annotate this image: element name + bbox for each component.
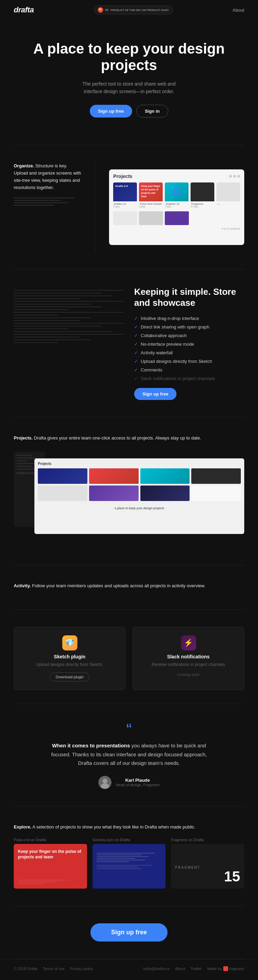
feature-text-5: Activity waterfall [141, 350, 173, 355]
feature-item-1: ✓ Intuitive drag-n-drop interface [134, 316, 244, 321]
feature-item-4: ✓ No-interface preview mode [134, 342, 244, 347]
feature-text-2: Direct link sharing with open graph [141, 325, 209, 329]
author-role: Head of design, Fragment [115, 783, 159, 787]
nav-logo: drafta [14, 5, 34, 14]
simple-heading: Keeping it simple. Store and showcase [134, 286, 244, 308]
testimonial-text: When it comes to presentations you alway… [46, 741, 212, 768]
projects-label: Projects. Drafta gives your entire team … [14, 435, 244, 442]
check-icon-5: ✓ [134, 350, 138, 355]
explore-site-label-2: Soveria.com on Drafta [93, 838, 166, 842]
plugins-section: 💎 Sketch plugin Upload designs directly … [0, 609, 258, 704]
explore-card-1[interactable]: Keep your finger on the pulse of project… [14, 844, 87, 889]
simple-section: Keeping it simple. Store and showcase ✓ … [0, 269, 258, 417]
footer-about[interactable]: About [175, 967, 185, 971]
activity-section: Activity. Follow your team members updat… [0, 565, 258, 609]
testimonial-section: “ When it comes to presentations you alw… [0, 704, 258, 806]
sketch-icon: 💎 [62, 635, 77, 651]
explore-card-3[interactable]: Fragment 15 [171, 844, 244, 889]
footer-terms[interactable]: Terms of use [43, 967, 65, 971]
footer-privacy[interactable]: Privacy policy [70, 967, 93, 971]
check-icon-2: ✓ [134, 325, 138, 329]
slack-name: Slack notifications [139, 654, 237, 659]
sketch-name: Sketch plugin [21, 654, 119, 659]
explore-grid: Pulse.md on Drafta Keep your finger on t… [14, 838, 244, 889]
nav-badge: 🏆 #2 PRODUCT OF THE DAY ON PRODUCT HUNT [94, 5, 173, 14]
activity-label: Activity. Follow your team members updat… [14, 582, 244, 590]
hero-buttons: Sign up free Sign in [14, 105, 244, 118]
projects-activity-mockup: Activity across all Projects A place to … [14, 452, 244, 541]
footer-copyright: © 2018 Drafta [14, 967, 37, 971]
footer-left: © 2018 Drafta Terms of use Privacy polic… [14, 967, 93, 971]
organize-section: Organize. Structure is key. Upload and o… [0, 145, 258, 269]
check-icon-4: ✓ [134, 342, 138, 347]
feature-item-6: ✓ Upload designs directly from Sketch [134, 359, 244, 364]
explore-card-text-1: Keep your finger on the pulse of project… [18, 849, 83, 861]
navbar: drafta 🏆 #2 PRODUCT OF THE DAY ON PRODUC… [0, 0, 258, 20]
avatar-svg [98, 776, 111, 789]
check-icon-7: ✓ [134, 368, 138, 372]
slack-desc: Receive notifications in project channel… [139, 662, 237, 668]
cta-bottom-section: Sign up free [0, 906, 258, 959]
explore-item-3: Fragment on Drafta Fragment 15 [171, 838, 244, 889]
slack-plugin-card: ⚡ Slack notifications Receive notificati… [133, 627, 244, 690]
badge-icon: 🏆 [98, 7, 103, 13]
hero-signup-button[interactable]: Sign up free [90, 105, 132, 118]
badge-text: PRODUCT OF THE DAY ON PRODUCT HUNT [111, 9, 169, 12]
coming-soon-label: Coming soon [139, 673, 237, 676]
feature-item-8: ✓ Slack notifications in project channel… [134, 376, 244, 381]
explore-section: Explore. A selection of projects to show… [0, 807, 258, 906]
sketch-plugin-card: 💎 Sketch plugin Upload designs directly … [14, 627, 125, 690]
feature-item-7: ✓ Comments [134, 368, 244, 372]
footer-right: hello@drafta.co About Twitter Made by fr… [143, 966, 244, 971]
footer: © 2018 Drafta Terms of use Privacy polic… [0, 959, 258, 978]
svg-point-2 [101, 783, 109, 789]
explore-label: Explore. A selection of projects to show… [14, 824, 244, 831]
feature-item-3: ✓ Collaborative approach [134, 333, 244, 338]
plugins-grid: 💎 Sketch plugin Upload designs directly … [14, 627, 244, 690]
footer-made-by: Made by fragment [207, 966, 244, 971]
feature-item-5: ✓ Activity waterfall [134, 350, 244, 355]
author-name: Karl Plaude [115, 778, 159, 783]
explore-item-2: Soveria.com on Drafta [93, 838, 166, 889]
explore-item-1: Pulse.md on Drafta Keep your finger on t… [14, 838, 87, 889]
check-icon-3: ✓ [134, 333, 138, 338]
badge-rank: #2 [105, 8, 109, 12]
feature-list: ✓ Intuitive drag-n-drop interface ✓ Dire… [134, 316, 244, 381]
check-icon-1: ✓ [134, 316, 138, 321]
hero-section: A place to keep your design projects The… [0, 20, 258, 145]
author-avatar [98, 776, 111, 789]
check-icon-8: ✓ [134, 376, 138, 381]
explore-card-2[interactable] [93, 844, 166, 889]
author-info: Karl Plaude Head of design, Fragment [115, 778, 159, 787]
footer-twitter[interactable]: Twitter [191, 967, 202, 971]
footer-contact[interactable]: hello@drafta.co [143, 967, 170, 971]
fragment-icon [223, 966, 228, 971]
feature-item-2: ✓ Direct link sharing with open graph [134, 325, 244, 329]
download-plugin-button[interactable]: Download plugin [50, 673, 90, 681]
mockup-main: Projects A place to keep your design pro… [34, 458, 244, 534]
feature-text-1: Intuitive drag-n-drop interface [141, 316, 199, 321]
projects-section: Projects. Drafta gives your entire team … [0, 417, 258, 565]
cta-bottom-button[interactable]: Sign up free [90, 923, 168, 942]
explore-card-num-3: 15 [175, 869, 240, 884]
slack-icon: ⚡ [181, 635, 196, 651]
hero-title: A place to keep your design projects [14, 41, 244, 74]
hero-subtitle: The perfect tool to store and share web … [74, 80, 184, 95]
sketch-desc: Upload designs directly from Sketch. [21, 662, 119, 668]
nav-about[interactable]: About [232, 8, 244, 13]
simple-signup-button[interactable]: Sign up free [134, 388, 176, 400]
quote-mark: “ [14, 721, 244, 738]
explore-site-label-3: Fragment on Drafta [171, 838, 244, 842]
svg-point-1 [103, 779, 107, 783]
feature-text-7: Comments [141, 368, 162, 372]
feature-text-3: Collaborative approach [141, 333, 187, 338]
feature-text-4: No-interface preview mode [141, 342, 194, 347]
simple-right: Keeping it simple. Store and showcase ✓ … [134, 286, 244, 399]
projects-mockup: Projects Drafta 2.0 Drafta 2.0 5 fi [109, 169, 244, 245]
testimonial-author: Karl Plaude Head of design, Fragment [14, 776, 244, 789]
organize-lines [14, 194, 81, 209]
check-icon-6: ✓ [134, 359, 138, 364]
simple-lines-deco [14, 290, 124, 343]
feature-text-6: Upload designs directly from Sketch [141, 359, 212, 364]
hero-signin-button[interactable]: Sign in [136, 105, 168, 118]
